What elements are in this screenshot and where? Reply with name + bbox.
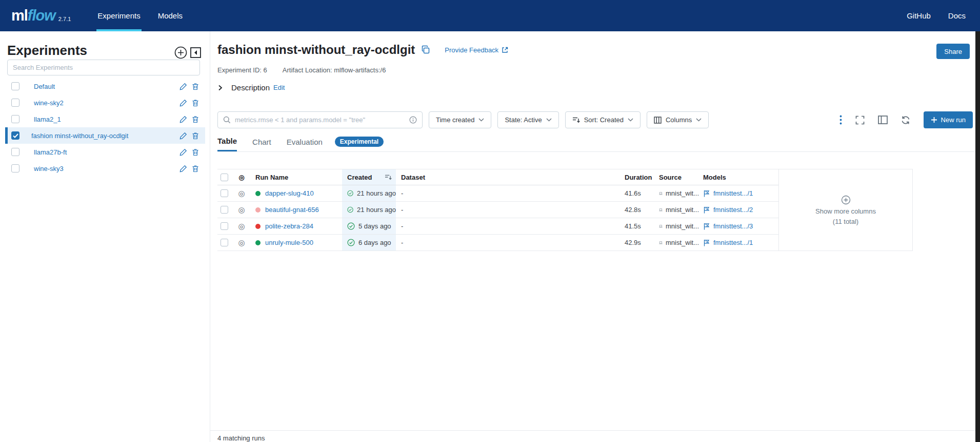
run-name-link[interactable]: dapper-slug-410 [265,189,314,197]
select-all-checkbox[interactable] [221,174,228,181]
new-run-button[interactable]: New run [924,111,973,128]
edit-experiment-icon[interactable] [179,132,187,140]
experiment-list-item-selected[interactable]: fashion minst-without_ray-ocdlgit [5,127,205,144]
run-row[interactable]: ◎ polite-zebra-284 5 days ago - 41.5s mn… [217,218,778,235]
run-created-label[interactable]: 21 hours ago [357,206,396,214]
run-checkbox[interactable] [221,239,228,246]
collapse-sidebar-icon[interactable] [189,46,202,59]
runs-filter-input[interactable] [235,116,409,124]
delete-experiment-icon[interactable] [192,99,199,107]
run-row[interactable]: ◎ dapper-slug-410 21 hours ago - 41.6s m… [217,185,778,202]
sort-desc-icon[interactable] [385,174,392,180]
state-dropdown[interactable]: State: Active [497,111,558,128]
tab-table[interactable]: Table [217,137,237,151]
run-created-label[interactable]: 6 days ago [358,239,391,246]
nav-tab-experiments[interactable]: Experiments [96,0,141,31]
header-dataset[interactable]: Dataset [396,169,615,185]
search-experiments-input[interactable] [7,60,200,75]
experiment-checkbox-checked[interactable] [11,131,19,140]
run-created-label[interactable]: 5 days ago [358,222,391,230]
add-experiment-button[interactable] [174,46,188,60]
experiment-name-link[interactable]: fashion minst-without_ray-ocdlgit [31,132,179,140]
header-run-name[interactable]: Run Name [251,169,342,185]
share-button[interactable]: Share [936,44,970,59]
run-source-link[interactable]: mnist_wit... [666,239,699,246]
run-source-link[interactable]: mnist_wit... [666,206,699,214]
more-options-kebab-icon[interactable] [839,115,842,125]
time-created-dropdown[interactable]: Time created [429,111,491,128]
header-select-all[interactable] [217,169,232,185]
experiment-list-item[interactable]: llama27b-ft [5,144,205,160]
side-panel-icon[interactable] [878,116,888,124]
delete-experiment-icon[interactable] [192,116,199,123]
run-model-link[interactable]: fmnisttest.../2 [713,206,753,214]
run-checkbox[interactable] [221,189,228,197]
chevron-down-icon [628,118,633,122]
visibility-toggle-icon[interactable]: ◎ [232,218,251,234]
delete-experiment-icon[interactable] [192,132,199,140]
header-created[interactable]: Created [342,169,396,185]
run-model-link[interactable]: fmnisttest.../1 [713,239,753,246]
delete-experiment-icon[interactable] [192,83,199,90]
edit-experiment-icon[interactable] [179,83,187,90]
docs-link[interactable]: Docs [948,11,966,20]
refresh-icon[interactable] [901,116,910,125]
scrollbar-strip[interactable] [975,31,980,442]
columns-dropdown[interactable]: Columns [647,111,709,128]
experiment-list-item[interactable]: Default [5,78,205,94]
tabs-divider [217,151,980,152]
experiment-name-link[interactable]: wine-sky3 [34,165,179,172]
delete-experiment-icon[interactable] [192,165,199,172]
run-name-link[interactable]: polite-zebra-284 [265,222,313,230]
github-link[interactable]: GitHub [907,11,931,20]
run-checkbox[interactable] [221,206,228,214]
tab-evaluation[interactable]: Evaluation [287,138,323,151]
visibility-toggle-icon[interactable]: ◎ [232,235,251,251]
copy-experiment-name-icon[interactable] [421,45,430,54]
run-name-link[interactable]: unruly-mule-500 [265,239,313,246]
run-row[interactable]: ◎ beautiful-gnat-656 21 hours ago - 42.8… [217,202,778,218]
experiment-list-item[interactable]: wine-sky3 [5,160,205,177]
run-name-link[interactable]: beautiful-gnat-656 [265,206,319,214]
experiment-name-link[interactable]: Default [34,83,179,90]
edit-experiment-icon[interactable] [179,165,187,172]
nav-tab-models[interactable]: Models [157,0,184,31]
edit-experiment-icon[interactable] [179,116,187,123]
description-section[interactable]: Description Edit [217,83,285,92]
experiment-checkbox[interactable] [11,99,19,107]
run-source-link[interactable]: mnist_wit... [666,189,699,197]
run-checkbox[interactable] [221,222,228,230]
experiment-name-link[interactable]: wine-sky2 [34,99,179,107]
provide-feedback-link[interactable]: Provide Feedback [445,46,508,54]
visibility-toggle-icon[interactable]: ◎ [232,185,251,201]
header-models[interactable]: Models [699,169,778,185]
experiment-list-item[interactable]: wine-sky2 [5,94,205,111]
header-source[interactable]: Source [658,169,699,185]
show-more-columns-panel[interactable]: Show more columns (11 total) [778,169,913,251]
tab-chart[interactable]: Chart [252,138,271,151]
edit-experiment-icon[interactable] [179,148,187,156]
delete-experiment-icon[interactable] [192,148,199,156]
visibility-toggle-icon[interactable]: ◎ [232,202,251,218]
experiment-checkbox[interactable] [11,115,19,123]
description-edit-link[interactable]: Edit [273,84,285,91]
run-model-link[interactable]: fmnisttest.../1 [713,189,753,197]
visibility-column-icon[interactable]: ◎ [232,169,251,185]
experiment-checkbox[interactable] [11,164,19,172]
mlflow-logo[interactable]: mlflow 2.7.1 [0,0,71,31]
chevron-right-icon[interactable] [217,85,223,91]
run-created-label[interactable]: 21 hours ago [357,189,396,197]
fullscreen-icon[interactable] [855,116,865,125]
run-source-link[interactable]: mnist_wit... [666,222,699,230]
experiment-name-link[interactable]: llama27b-ft [34,148,179,156]
edit-experiment-icon[interactable] [179,99,187,107]
info-icon[interactable] [409,116,417,124]
header-duration[interactable]: Duration [615,169,658,185]
experiment-name-link[interactable]: llama2_1 [34,116,179,123]
run-row[interactable]: ◎ unruly-mule-500 6 days ago - 42.9s mni… [217,235,778,251]
experiment-checkbox[interactable] [11,148,19,156]
run-model-link[interactable]: fmnisttest.../3 [713,222,753,230]
experiment-list-item[interactable]: llama2_1 [5,111,205,127]
sort-dropdown[interactable]: Sort: Created [565,111,641,128]
experiment-checkbox[interactable] [11,82,19,90]
